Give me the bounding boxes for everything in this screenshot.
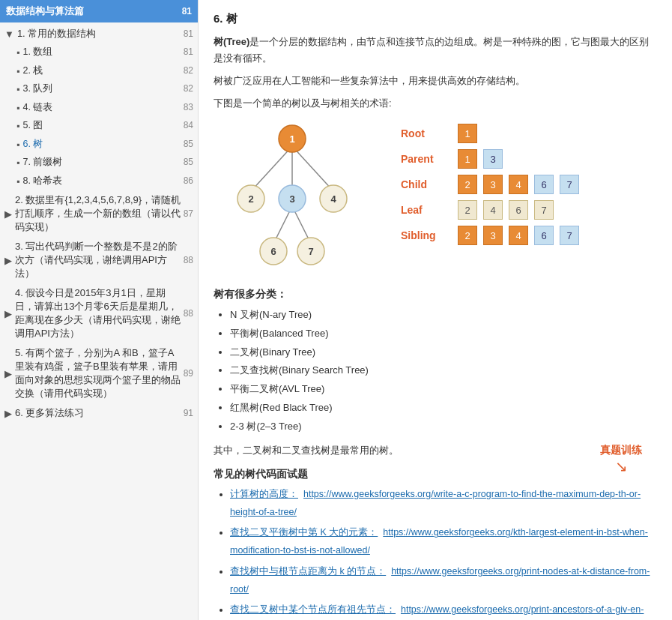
- sidebar-item-linked-list[interactable]: ▪ 4. 链表 83: [0, 99, 198, 118]
- arrow-icon: ▼: [4, 28, 14, 40]
- item-tree-label: 6. 树: [22, 138, 180, 151]
- group1-page: 81: [184, 28, 193, 39]
- legend-parent-box-1: 1: [458, 149, 477, 169]
- node-3-label: 3: [289, 193, 294, 205]
- group3-label: 3. 写出代码判断一个整数是不是2的阶次方（请代码实现，谢绝调用API方法）: [15, 240, 184, 280]
- sidebar-group-3[interactable]: ▶ 3. 写出代码判断一个整数是不是2的阶次方（请代码实现，谢绝调用API方法）…: [0, 237, 198, 283]
- node-1-label: 1: [289, 133, 294, 145]
- tree-type-23: 2-3 树(2–3 Tree): [230, 418, 657, 436]
- problem-item-2: 查找二叉平衡树中第 K 大的元素： https://www.geeksforge…: [230, 524, 657, 560]
- summary-text: 其中，二叉树和二叉查找树是最常用的树。: [214, 443, 657, 459]
- problem-link-4[interactable]: 查找二叉树中某个节点所有祖先节点：: [230, 604, 396, 615]
- doc-icon: ▪: [16, 102, 19, 115]
- node-4-label: 4: [330, 193, 336, 205]
- tree-type-nary: N 叉树(N-ary Tree): [230, 306, 657, 325]
- doc-icon: ▪: [16, 120, 19, 133]
- sidebar-item-array[interactable]: ▪ 1. 数组 81: [0, 43, 198, 62]
- problem-link-2[interactable]: 查找二叉平衡树中第 K 大的元素：: [230, 527, 378, 538]
- sidebar-group-1[interactable]: ▼ 1. 常用的数据结构 81: [0, 24, 198, 43]
- tree-diagram: 1 2 3 4 6 7: [214, 124, 378, 276]
- item-linked-list-label: 4. 链表: [22, 101, 180, 115]
- problem-item-3: 查找树中与根节点距离为 k 的节点： https://www.geeksforg…: [230, 563, 657, 599]
- edge-1-2: [251, 146, 292, 191]
- sidebar-group-6[interactable]: ▶ 6. 更多算法练习 91: [0, 403, 198, 423]
- legend-sibling-box-7: 7: [560, 226, 579, 245]
- problem-link-1[interactable]: 计算树的高度：: [230, 489, 298, 499]
- group5-label: 5. 有两个篮子，分别为A 和B，篮子A里装有鸡蛋，篮子B里装有苹果，请用面向对…: [15, 346, 184, 400]
- problem-link-3[interactable]: 查找树中与根节点距离为 k 的节点：: [230, 566, 386, 577]
- practice-badge: 真题训练 ↘: [600, 444, 642, 475]
- legend-child: Child 2 3 4 6 7: [401, 175, 657, 194]
- sidebar-item-stack[interactable]: ▪ 2. 栈 82: [0, 62, 198, 81]
- doc-icon: ▪: [16, 83, 19, 97]
- item-graph-label: 5. 图: [22, 119, 180, 133]
- legend-sibling-box-6: 6: [534, 226, 554, 245]
- legend-child-label: Child: [401, 178, 453, 190]
- item-graph-page: 84: [181, 119, 193, 132]
- group3-page: 88: [184, 255, 193, 265]
- sidebar-group-2[interactable]: ▶ 2. 数据里有{1,2,3,4,5,6,7,8,9}，请随机打乱顺序，生成一…: [0, 190, 198, 237]
- item-queue-page: 82: [181, 82, 193, 95]
- tree-type-rbt: 红黑树(Red Black Tree): [230, 399, 657, 418]
- subtitle-problems: 常见的树代码面试题: [214, 468, 657, 481]
- group2-label: 2. 数据里有{1,2,3,4,5,6,7,8,9}，请随机打乱顺序，生成一个新…: [15, 193, 184, 234]
- item-tree-page: 85: [181, 138, 193, 151]
- sidebar-item-tree[interactable]: ▪ 6. 树 85: [0, 136, 198, 154]
- legend-leaf-label: Leaf: [401, 204, 453, 216]
- doc-icon: ▪: [16, 46, 19, 60]
- item-stack-page: 82: [181, 64, 193, 77]
- edge-1-4: [292, 146, 333, 191]
- intro-para-3: 下图是一个简单的树以及与树相关的术语:: [214, 95, 657, 112]
- legend-parent-label: Parent: [401, 153, 453, 165]
- sidebar-item-graph[interactable]: ▪ 5. 图 84: [0, 117, 198, 136]
- sidebar-item-queue[interactable]: ▪ 3. 队列 82: [0, 80, 198, 99]
- node-7-label: 7: [308, 246, 313, 257]
- intro-para-2: 树被广泛应用在人工智能和一些复杂算法中，用来提供高效的存储结构。: [214, 73, 657, 89]
- sidebar-header: 数据结构与算法篇 81: [0, 0, 198, 22]
- item-trie-page: 85: [181, 156, 193, 169]
- group2-page: 87: [184, 208, 193, 219]
- tree-type-balanced: 平衡树(Balanced Tree): [230, 325, 657, 343]
- tree-type-binary: 二叉树(Binary Tree): [230, 343, 657, 362]
- sidebar-item-hashmap[interactable]: ▪ 8. 哈希表 86: [0, 172, 198, 191]
- problems-list: 计算树的高度： https://www.geeksforgeeks.org/wr…: [214, 486, 657, 620]
- legend-leaf: Leaf 2 4 6 7: [401, 200, 657, 220]
- arrow-icon: ▶: [4, 255, 12, 266]
- item-linked-list-page: 83: [181, 101, 193, 114]
- sidebar-section: ▼ 1. 常用的数据结构 81 ▪ 1. 数组 81 ▪ 2. 栈 82 ▪ 3…: [0, 22, 198, 424]
- group5-page: 89: [184, 368, 193, 379]
- intro-para-1: 树(Tree)是一个分层的数据结构，由节点和连接节点的边组成。树是一种特殊的图，…: [214, 34, 657, 67]
- diagram-area: 1 2 3 4 6 7 Root: [214, 124, 657, 276]
- section-number: 6.: [214, 12, 223, 25]
- legend-child-box-3: 3: [483, 175, 503, 194]
- legend-sibling-box-4: 4: [509, 226, 528, 245]
- legend-parent: Parent 1 3: [401, 149, 657, 169]
- legend-child-box-4: 4: [509, 175, 528, 194]
- legend-sibling: Sibling 2 3 4 6 7: [401, 226, 657, 245]
- item-queue-label: 3. 队列: [22, 82, 180, 96]
- sidebar-group-4[interactable]: ▶ 4. 假设今日是2015年3月1日，星期日，请算出13个月零6天后是星期几，…: [0, 283, 198, 343]
- sidebar-group-5[interactable]: ▶ 5. 有两个篮子，分别为A 和B，篮子A里装有鸡蛋，篮子B里装有苹果，请用面…: [0, 343, 198, 403]
- doc-icon: ▪: [16, 139, 19, 152]
- legend-root: Root 1: [401, 124, 657, 143]
- summary-row: 其中，二叉树和二叉查找树是最常用的树。 真题训练 ↘: [214, 443, 657, 459]
- legend-child-box-6: 6: [534, 175, 554, 194]
- practice-label: 真题训练: [600, 444, 642, 457]
- group4-page: 88: [184, 308, 193, 319]
- item-array-page: 81: [181, 46, 193, 58]
- group6-page: 91: [184, 408, 193, 418]
- arrow-icon: ▶: [4, 408, 12, 419]
- legend-root-box-1: 1: [458, 124, 477, 143]
- group1-label: 1. 常用的数据结构: [17, 27, 96, 40]
- subtitle-types: 树有很多分类：: [214, 288, 657, 301]
- sidebar-title: 数据结构与算法篇: [6, 4, 84, 18]
- legend-leaf-box-2: 2: [458, 200, 477, 220]
- item-hashmap-label: 8. 哈希表: [22, 175, 180, 188]
- legend-sibling-box-3: 3: [483, 226, 503, 245]
- item-trie-label: 7. 前缀树: [22, 156, 180, 169]
- tree-legend: Root 1 Parent 1 3 Child 2 3 4 6 7 Leaf 2: [401, 124, 657, 245]
- item-array-label: 1. 数组: [22, 46, 180, 59]
- tree-type-bst: 二叉查找树(Binary Search Tree): [230, 361, 657, 380]
- legend-root-label: Root: [401, 127, 453, 139]
- sidebar-item-trie[interactable]: ▪ 7. 前缀树 85: [0, 154, 198, 172]
